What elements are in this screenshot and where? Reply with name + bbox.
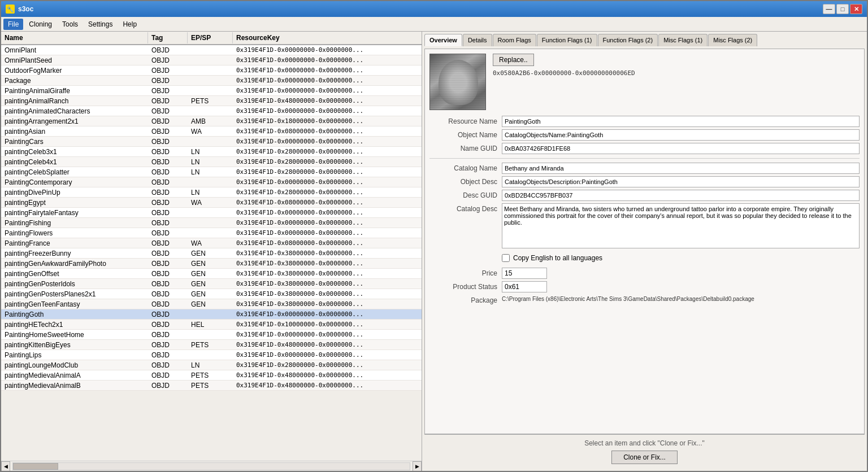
scroll-thumb[interactable] (13, 463, 58, 470)
cell-reskey: 0x319E4F1D-0x00000000-0x0000000... (233, 137, 422, 146)
name-guid-input[interactable] (502, 143, 860, 154)
cell-reskey: 0x319E4F1D-0x38000000-0x0000000... (233, 279, 422, 288)
scroll-track[interactable] (12, 462, 410, 470)
table-row[interactable]: paintingKittenBigEyes OBJD PETS 0x319E4F… (1, 340, 422, 350)
product-status-input[interactable] (502, 281, 547, 292)
minimize-button[interactable]: — (823, 4, 835, 14)
tab-overview[interactable]: Overview (424, 34, 462, 46)
table-row[interactable]: paintingAsian OBJD WA 0x319E4F1D-0x08000… (1, 126, 422, 137)
cell-reskey: 0x319E4F1D-0x28000000-0x0000000... (233, 158, 422, 166)
tab-function-flags-2[interactable]: Function Flags (2) (598, 34, 658, 46)
table-row[interactable]: OutdoorFogMarker OBJD 0x319E4F1D-0x00000… (1, 65, 422, 76)
menu-tools[interactable]: Tools (58, 19, 83, 30)
cell-tag: OBJD (148, 259, 188, 268)
resource-name-label: Resource Name (429, 116, 497, 127)
clone-button[interactable]: Clone or Fix... (611, 451, 678, 464)
table-row[interactable]: Package OBJD 0x319E4F1D-0x00000000-0x000… (1, 76, 422, 86)
price-input[interactable] (502, 268, 547, 279)
menu-file[interactable]: File (3, 19, 23, 30)
table-body[interactable]: OmniPlant OBJD 0x319E4F1D-0x00000000-0x0… (1, 45, 422, 461)
table-row[interactable]: OmniPlantSeed OBJD 0x319E4F1D-0x00000000… (1, 55, 422, 65)
table-row[interactable]: paintingGenAwkwardFamilyPhoto OBJD GEN 0… (1, 259, 422, 269)
col-header-epsp: EP/SP (188, 32, 233, 43)
menu-settings[interactable]: Settings (84, 19, 117, 30)
cell-reskey: 0x319E4F1D-0x00000000-0x0000000... (233, 229, 422, 237)
table-row[interactable]: PaintingFrance OBJD WA 0x319E4F1D-0x0800… (1, 238, 422, 248)
copy-english-label: Copy English to all languages (513, 254, 602, 262)
object-desc-input[interactable] (502, 176, 860, 187)
resource-name-input[interactable] (502, 116, 860, 127)
object-name-input[interactable] (502, 129, 860, 141)
tab-misc-flags-1[interactable]: Misc Flags (1) (658, 34, 708, 46)
table-row[interactable]: paintingAnimalRanch OBJD PETS 0x319E4F1D… (1, 96, 422, 106)
cell-name: paintingGenAwkwardFamilyPhoto (1, 259, 148, 268)
table-row[interactable]: PaintingFlowers OBJD 0x319E4F1D-0x000000… (1, 228, 422, 238)
table-row[interactable]: paintingGenPostersPlanes2x1 OBJD GEN 0x3… (1, 289, 422, 299)
table-row[interactable]: OmniPlant OBJD 0x319E4F1D-0x00000000-0x0… (1, 45, 422, 55)
cell-reskey: 0x319E4F1D-0x00000000-0x0000000... (233, 351, 422, 359)
cell-epsp (188, 314, 233, 315)
status-text: Select an item and click "Clone or Fix..… (584, 439, 705, 447)
maximize-button[interactable]: □ (836, 4, 849, 14)
table-row[interactable]: paintingMedievalAnimalA OBJD PETS 0x319E… (1, 370, 422, 381)
table-row[interactable]: paintingAnimatedCharacters OBJD 0x319E4F… (1, 106, 422, 116)
catalog-desc-textarea[interactable] (502, 203, 860, 248)
cell-tag: OBJD (148, 239, 188, 248)
table-row[interactable]: paintingMedievalAnimalB OBJD PETS 0x319E… (1, 381, 422, 391)
resource-info: Replace.. 0x0580A2B6-0x00000000-0x000000… (493, 54, 860, 110)
table-row[interactable]: PaintingFishing OBJD 0x319E4F1D-0x000000… (1, 218, 422, 228)
scroll-right-button[interactable]: ▶ (413, 461, 422, 471)
cell-reskey: 0x319E4F1D-0x38000000-0x0000000... (233, 269, 422, 278)
menu-cloning[interactable]: Cloning (24, 19, 57, 30)
tab-misc-flags-2[interactable]: Misc Flags (2) (708, 34, 757, 46)
copy-english-checkbox[interactable] (502, 254, 510, 262)
cell-name: PaintingFlowers (1, 229, 148, 238)
cell-epsp (188, 50, 233, 51)
table-row[interactable]: paintingCeleb3x1 OBJD LN 0x319E4F1D-0x28… (1, 147, 422, 157)
table-row[interactable]: PaintingHomeSweetHome OBJD 0x319E4F1D-0x… (1, 330, 422, 340)
catalog-name-input[interactable] (502, 163, 860, 174)
replace-button[interactable]: Replace.. (493, 54, 534, 66)
product-status-label: Product Status (429, 281, 497, 292)
table-row[interactable]: paintingArrangement2x1 OBJD AMB 0x319E4F… (1, 116, 422, 126)
table-row[interactable]: PaintingContemporary OBJD 0x319E4F1D-0x0… (1, 177, 422, 187)
table-row[interactable]: paintingEgypt OBJD WA 0x319E4F1D-0x08000… (1, 198, 422, 208)
cell-name: paintingLoungeModClub (1, 361, 148, 370)
cell-name: PaintingLips (1, 351, 148, 360)
table-row[interactable]: PaintingLips OBJD 0x319E4F1D-0x00000000-… (1, 350, 422, 360)
scroll-left-button[interactable]: ◀ (1, 461, 10, 471)
table-row[interactable]: paintingFairytaleFantasy OBJD 0x319E4F1D… (1, 208, 422, 218)
table-row[interactable]: paintingCelebSplatter OBJD LN 0x319E4F1D… (1, 167, 422, 177)
table-row[interactable]: paintingGenTeenFantasy OBJD GEN 0x319E4F… (1, 299, 422, 309)
table-row[interactable]: PaintingAnimalGiraffe OBJD 0x319E4F1D-0x… (1, 86, 422, 96)
tab-details[interactable]: Details (463, 34, 492, 46)
cell-epsp (188, 60, 233, 61)
cell-tag: OBJD (148, 249, 188, 258)
table-row[interactable]: PaintingGoth OBJD 0x319E4F1D-0x00000000-… (1, 309, 422, 320)
cell-epsp (188, 141, 233, 142)
table-row[interactable]: paintingLoungeModClub OBJD LN 0x319E4F1D… (1, 360, 422, 370)
table-row[interactable]: paintingCeleb4x1 OBJD LN 0x319E4F1D-0x28… (1, 157, 422, 167)
table-row[interactable]: paintingFreezerBunny OBJD GEN 0x319E4F1D… (1, 248, 422, 259)
cell-tag: OBJD (148, 361, 188, 370)
close-button[interactable]: ✕ (850, 4, 862, 14)
table-row[interactable]: paintingHETech2x1 OBJD HEL 0x319E4F1D-0x… (1, 320, 422, 330)
cell-tag: OBJD (148, 178, 188, 187)
cell-reskey: 0x319E4F1D-0x48000000-0x0000000... (233, 381, 422, 390)
cell-reskey: 0x319E4F1D-0x28000000-0x0000000... (233, 168, 422, 176)
cell-name: paintingAnimalRanch (1, 97, 148, 106)
cell-reskey: 0x319E4F1D-0x48000000-0x0000000... (233, 97, 422, 105)
tab-room-flags[interactable]: Room Flags (493, 34, 536, 46)
horizontal-scrollbar[interactable]: ◀ ▶ (1, 461, 422, 471)
table-row[interactable]: paintingDivePinUp OBJD LN 0x319E4F1D-0x2… (1, 187, 422, 198)
table-row[interactable]: paintingGenPosterIdols OBJD GEN 0x319E4F… (1, 279, 422, 289)
table-row[interactable]: PaintingCars OBJD 0x319E4F1D-0x00000000-… (1, 137, 422, 147)
table-row[interactable]: paintingGenOffset OBJD GEN 0x319E4F1D-0x… (1, 269, 422, 279)
cell-tag: OBJD (148, 158, 188, 167)
menu-help[interactable]: Help (118, 19, 141, 30)
tab-function-flags-1[interactable]: Function Flags (1) (537, 34, 597, 46)
desc-guid-input[interactable] (502, 190, 860, 201)
main-window: 🔧 s3oc — □ ✕ File Cloning Tools Settings… (0, 0, 868, 472)
cell-reskey: 0x319E4F1D-0x08000000-0x0000000... (233, 198, 422, 207)
col-header-name: Name (1, 32, 148, 43)
